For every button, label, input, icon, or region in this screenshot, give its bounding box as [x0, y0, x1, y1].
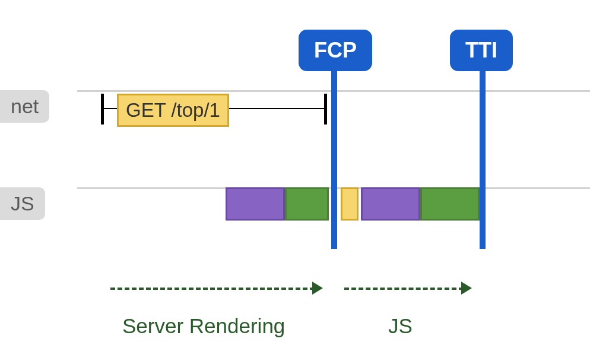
js-phase-label: JS: [388, 314, 413, 338]
net-row-label: net: [0, 90, 49, 123]
js-block-green-1: [285, 187, 329, 221]
server-rendering-phase-arrow: [110, 280, 322, 298]
js-row-label: JS: [0, 187, 45, 220]
tti-marker-badge: TTI: [450, 30, 513, 71]
js-block-purple-2: [361, 187, 420, 221]
js-block-yellow-1: [341, 187, 359, 221]
request-span-start-bracket: [101, 94, 104, 124]
js-block-purple-1: [226, 187, 285, 221]
fcp-marker-line: [331, 70, 337, 249]
request-box: GET /top/1: [117, 94, 229, 127]
fcp-marker-badge: FCP: [299, 30, 372, 71]
js-block-green-2: [420, 187, 480, 221]
server-rendering-phase-label: Server Rendering: [122, 314, 285, 338]
js-phase-arrow: [344, 280, 471, 298]
request-span-end-bracket: [324, 94, 327, 124]
tti-marker-line: [480, 70, 486, 249]
